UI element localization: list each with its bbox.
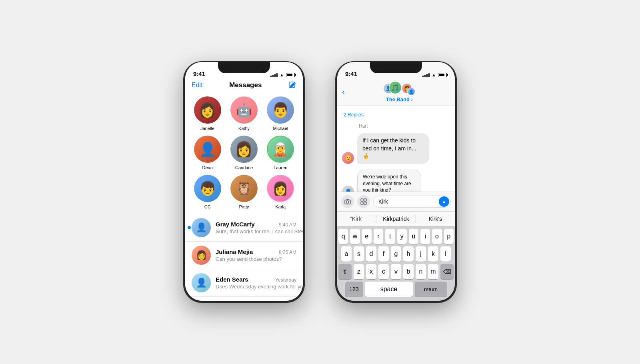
key-p[interactable]: p <box>444 229 454 244</box>
autocomplete-kirks[interactable]: Kirk's <box>416 215 455 223</box>
conv-richard-howarth[interactable]: Richard Howarth Yesterday <box>185 297 303 301</box>
conv-name-eden: Eden Sears <box>216 276 248 283</box>
key-backspace[interactable]: ⌫ <box>440 264 454 279</box>
autocomplete-kirk-quoted[interactable]: "Kirk" <box>337 215 376 223</box>
input-wrapper: Kirk ▲ <box>373 196 451 208</box>
group-name[interactable]: The Band › <box>386 96 413 102</box>
key-space[interactable]: space <box>365 282 413 297</box>
pin-name-patty: Patty <box>239 204 249 209</box>
conv-name-juliana: Juliana Mejia <box>216 248 253 255</box>
svg-rect-4 <box>361 199 363 201</box>
conv-preview-gray: Sure, that works for me. I can call Stev… <box>216 228 303 234</box>
key-d[interactable]: d <box>366 246 376 262</box>
pin-name-candace: Candace <box>235 165 253 170</box>
pin-contact-cc[interactable]: CC <box>192 175 223 209</box>
avatar-lauren <box>267 136 294 163</box>
conv-time-gray: 9:40 AM <box>279 222 296 228</box>
chat-messages: 2 Replies Hart If I can get the kids to … <box>337 106 455 192</box>
camera-button[interactable] <box>341 195 354 208</box>
key-m[interactable]: m <box>428 264 438 279</box>
conv-content-juliana: Juliana Mejia 8:25 AM Can you send those… <box>216 248 296 262</box>
autocomplete-kirkpatrick[interactable]: Kirkpatrick <box>376 215 416 223</box>
time-1: 9:41 <box>193 70 205 77</box>
conv-juliana-mejia[interactable]: Juliana Mejia 8:25 AM Can you send those… <box>185 242 303 269</box>
avatar-candace <box>230 136 258 163</box>
conv-name-gray: Gray McCarty <box>216 221 255 228</box>
avatar-kathy <box>230 96 258 124</box>
pinned-contacts-grid: Janelle Kathy Michael Dean <box>185 92 303 214</box>
edit-button[interactable]: Edit <box>192 82 203 89</box>
key-u[interactable]: u <box>409 229 418 244</box>
back-button[interactable]: ‹ <box>342 87 345 96</box>
app-store-button[interactable] <box>357 195 370 208</box>
svg-rect-5 <box>364 199 366 201</box>
conv-eden-sears[interactable]: Eden Sears Yesterday Does Wednesday even… <box>185 269 303 297</box>
keyboard: q w e r t y u i o p a s d f g h j k l <box>337 226 455 301</box>
bubble-anon: We're wide open this evening, what time … <box>357 170 421 192</box>
key-return[interactable]: return <box>415 282 447 297</box>
key-n[interactable]: n <box>416 264 426 279</box>
key-g[interactable]: g <box>391 246 401 262</box>
send-button[interactable]: ▲ <box>439 196 449 207</box>
key-o[interactable]: o <box>432 229 442 244</box>
status-icons-1: ▲ <box>270 72 295 77</box>
status-icons-2: ▲ <box>422 72 447 77</box>
pin-contact-patty[interactable]: Patty <box>228 175 260 209</box>
key-numbers[interactable]: 123 <box>345 282 363 297</box>
phone2: 9:41 ▲ ‹ <box>336 62 456 302</box>
key-i[interactable]: i <box>420 229 430 244</box>
autocomplete-bar: "Kirk" Kirkpatrick Kirk's <box>337 211 455 226</box>
group-av-2 <box>389 81 402 94</box>
key-l[interactable]: l <box>440 246 451 262</box>
key-j[interactable]: j <box>416 246 426 262</box>
key-f[interactable]: f <box>378 246 389 262</box>
chat-header-top: ‹ The Band › <box>337 81 455 102</box>
pin-contact-candace[interactable]: Candace <box>228 136 260 170</box>
svg-rect-6 <box>361 202 363 204</box>
time-2: 9:41 <box>345 70 357 77</box>
key-y[interactable]: y <box>397 229 407 244</box>
bubble-hart: If I can get the kids to bed on time, I … <box>357 133 429 164</box>
phone2-screen: 9:41 ▲ ‹ <box>337 62 455 301</box>
msg-row-anon: We're wide open this evening, what time … <box>342 170 450 192</box>
conv-content-gray: Gray McCarty 9:40 AM Sure, that works fo… <box>216 221 296 235</box>
avatar-cc <box>194 175 221 202</box>
svg-rect-7 <box>364 202 366 204</box>
replies-count-1: 2 Replies <box>342 112 365 118</box>
pin-contact-janelle[interactable]: Janelle <box>192 96 223 131</box>
key-shift[interactable]: ⇧ <box>338 264 352 279</box>
conv-gray-mccarty[interactable]: Gray McCarty 9:40 AM Sure, that works fo… <box>185 214 303 242</box>
key-v[interactable]: v <box>391 264 401 279</box>
key-r[interactable]: r <box>374 229 383 244</box>
conv-preview-eden: Does Wednesday evening work for you? May… <box>216 284 303 290</box>
key-b[interactable]: b <box>403 264 414 279</box>
avatar-eden <box>192 273 211 292</box>
pin-name-lauren: Lauren <box>274 165 287 170</box>
key-k[interactable]: k <box>428 246 438 262</box>
key-t[interactable]: t <box>385 229 395 244</box>
key-c[interactable]: c <box>378 264 389 279</box>
key-a[interactable]: a <box>341 246 352 262</box>
key-q[interactable]: q <box>338 229 348 244</box>
pin-name-cc: CC <box>204 204 211 209</box>
pin-contact-dean[interactable]: Dean <box>192 136 223 170</box>
key-h[interactable]: h <box>403 246 414 262</box>
pin-contact-kathy[interactable]: Kathy <box>228 96 260 131</box>
key-row-1: q w e r t y u i o p <box>338 229 454 244</box>
key-x[interactable]: x <box>366 264 376 279</box>
key-w[interactable]: w <box>350 229 360 244</box>
pin-contact-michael[interactable]: Michael <box>265 96 296 131</box>
key-e[interactable]: e <box>362 229 372 244</box>
key-s[interactable]: s <box>354 246 364 262</box>
conv-top-eden: Eden Sears Yesterday <box>216 276 296 283</box>
pin-contact-lauren[interactable]: Lauren <box>265 136 296 170</box>
svg-point-2 <box>346 201 349 203</box>
key-z[interactable]: z <box>354 264 364 279</box>
avatar-juliana <box>192 246 211 265</box>
unread-dot <box>188 226 191 229</box>
compose-icon[interactable] <box>288 81 296 89</box>
pin-name-janelle: Janelle <box>200 126 214 131</box>
conversation-list: Gray McCarty 9:40 AM Sure, that works fo… <box>185 214 303 301</box>
avatar-group <box>383 81 415 96</box>
pin-contact-karla[interactable]: Karla <box>265 175 296 209</box>
